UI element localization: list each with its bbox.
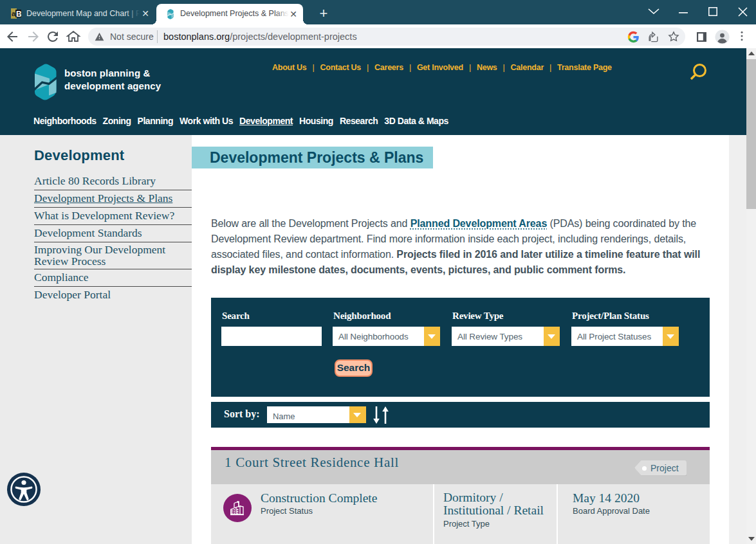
svg-text:B: B	[16, 10, 21, 19]
svg-text:a: a	[12, 10, 16, 17]
